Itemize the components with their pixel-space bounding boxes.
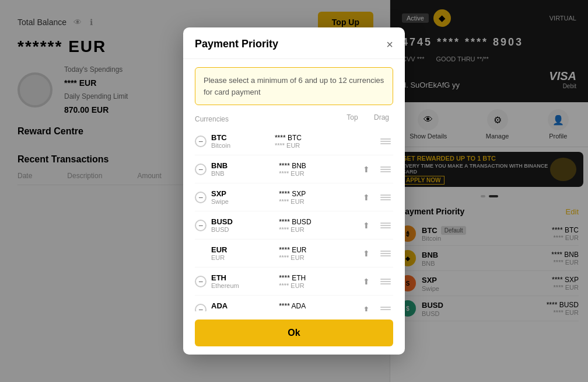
eur-name: EUR bbox=[211, 254, 274, 261]
ok-button[interactable]: Ok bbox=[195, 320, 393, 346]
ada-val1: **** ADA bbox=[279, 302, 355, 310]
remove-busd-button[interactable]: − bbox=[195, 220, 206, 231]
sxp-amounts: **** SXP **** EUR bbox=[279, 190, 355, 205]
bnb-symbol: BNB bbox=[211, 161, 274, 170]
drag-line-2 bbox=[380, 309, 391, 310]
modal-header: Payment Priority × bbox=[183, 27, 405, 59]
drag-line-2 bbox=[380, 253, 391, 254]
eur-top-button[interactable]: ⬆ bbox=[359, 246, 373, 261]
eur-symbol: EUR bbox=[211, 245, 274, 254]
drag-line-3 bbox=[380, 283, 391, 284]
eth-symbol: ETH bbox=[211, 273, 274, 282]
sxp-info: SXP Swipe bbox=[211, 189, 274, 205]
col-top-header: Top bbox=[335, 113, 370, 124]
currency-row-btc: − BTC Bitcoin **** BTC **** EUR bbox=[195, 127, 393, 155]
eur-amounts: **** EUR **** EUR bbox=[279, 246, 355, 261]
remove-bnb-button[interactable]: − bbox=[195, 164, 206, 175]
sxp-name: Swipe bbox=[211, 198, 274, 205]
remove-eth-button[interactable]: − bbox=[195, 276, 206, 287]
modal-overlay[interactable]: Payment Priority × Please select a minim… bbox=[0, 0, 588, 382]
sxp-symbol: SXP bbox=[211, 189, 274, 198]
drag-line-2 bbox=[380, 225, 391, 226]
eur-val2: **** EUR bbox=[279, 254, 355, 261]
busd-amounts: **** BUSD **** EUR bbox=[279, 218, 355, 233]
eur-val1: **** EUR bbox=[279, 246, 355, 254]
eth-top-button[interactable]: ⬆ bbox=[359, 275, 373, 289]
drag-line-3 bbox=[380, 143, 391, 144]
drag-line-1 bbox=[380, 223, 391, 224]
eth-val1: **** ETH bbox=[279, 274, 355, 282]
btc-symbol: BTC bbox=[211, 133, 270, 142]
drag-line-3 bbox=[380, 227, 391, 228]
btc-val1: **** BTC bbox=[275, 134, 345, 142]
eur-no-minus bbox=[195, 248, 206, 259]
modal-close-button[interactable]: × bbox=[386, 39, 393, 50]
sxp-top-button[interactable]: ⬆ bbox=[359, 190, 373, 204]
drag-line-1 bbox=[380, 138, 391, 140]
btc-name: Bitcoin bbox=[211, 142, 270, 149]
drag-line-1 bbox=[380, 279, 391, 280]
busd-val2: **** EUR bbox=[279, 226, 355, 233]
busd-name: BUSD bbox=[211, 226, 274, 233]
payment-priority-modal: Payment Priority × Please select a minim… bbox=[183, 27, 405, 355]
drag-line-3 bbox=[380, 255, 391, 256]
btc-amounts: **** BTC **** EUR bbox=[275, 134, 345, 149]
drag-line-1 bbox=[380, 251, 391, 252]
modal-currency-list: − BTC Bitcoin **** BTC **** EUR − bbox=[183, 127, 405, 311]
drag-line-1 bbox=[380, 307, 391, 308]
currency-row-sxp: − SXP Swipe **** SXP **** EUR ⬆ bbox=[195, 183, 393, 211]
eur-info: EUR EUR bbox=[211, 245, 274, 261]
busd-symbol: BUSD bbox=[211, 217, 274, 226]
modal-column-headers: Currencies Top Drag bbox=[183, 113, 405, 127]
drag-line-1 bbox=[380, 195, 391, 196]
modal-title: Payment Priority bbox=[195, 38, 278, 50]
remove-btc-button[interactable]: − bbox=[195, 136, 206, 147]
drag-line-3 bbox=[380, 171, 391, 172]
btc-drag-handle[interactable] bbox=[378, 136, 393, 147]
drag-line-2 bbox=[380, 169, 391, 170]
btc-info: BTC Bitcoin bbox=[211, 133, 270, 149]
sxp-drag-handle[interactable] bbox=[378, 192, 393, 203]
sxp-val1: **** SXP bbox=[279, 190, 355, 198]
col-currencies-header: Currencies bbox=[195, 113, 335, 124]
remove-sxp-button[interactable]: − bbox=[195, 192, 206, 203]
eur-drag-handle[interactable] bbox=[378, 248, 393, 259]
bnb-info: BNB BNB bbox=[211, 161, 274, 177]
ada-symbol: ADA bbox=[211, 301, 274, 310]
drag-line-1 bbox=[380, 166, 391, 168]
ada-amounts: **** ADA **** EUR bbox=[279, 302, 355, 312]
bnb-top-button[interactable]: ⬆ bbox=[359, 162, 373, 176]
busd-val1: **** BUSD bbox=[279, 218, 355, 226]
btc-val2: **** EUR bbox=[275, 142, 345, 149]
drag-line-2 bbox=[380, 141, 391, 142]
col-drag-header: Drag bbox=[370, 113, 393, 124]
drag-line-2 bbox=[380, 197, 391, 198]
busd-drag-handle[interactable] bbox=[378, 220, 393, 231]
bnb-val1: **** BNB bbox=[279, 162, 355, 170]
ada-drag-handle[interactable] bbox=[378, 304, 393, 312]
currency-row-ada: − ADA Cardano **** ADA **** EUR ⬆ bbox=[195, 296, 393, 311]
modal-footer: Ok bbox=[183, 311, 405, 355]
remove-ada-button[interactable]: − bbox=[195, 304, 206, 312]
busd-info: BUSD BUSD bbox=[211, 217, 274, 233]
currency-row-eth: − ETH Ethereum **** ETH **** EUR ⬆ bbox=[195, 268, 393, 296]
currency-row-eur: EUR EUR **** EUR **** EUR ⬆ bbox=[195, 239, 393, 268]
eth-info: ETH Ethereum bbox=[211, 273, 274, 289]
bnb-name: BNB bbox=[211, 170, 274, 177]
currency-row-bnb: − BNB BNB **** BNB **** EUR ⬆ bbox=[195, 155, 393, 183]
ada-info: ADA Cardano bbox=[211, 301, 274, 311]
sxp-val2: **** EUR bbox=[279, 198, 355, 205]
currency-row-busd: − BUSD BUSD **** BUSD **** EUR ⬆ bbox=[195, 211, 393, 239]
eth-val2: **** EUR bbox=[279, 282, 355, 289]
eth-name: Ethereum bbox=[211, 282, 274, 289]
eth-drag-handle[interactable] bbox=[378, 276, 393, 287]
bnb-val2: **** EUR bbox=[279, 170, 355, 177]
busd-top-button[interactable]: ⬆ bbox=[359, 218, 373, 232]
ada-top-button[interactable]: ⬆ bbox=[359, 303, 373, 312]
modal-notice: Please select a minimum of 6 and up to 1… bbox=[195, 67, 393, 105]
bnb-drag-handle[interactable] bbox=[378, 164, 393, 175]
bnb-amounts: **** BNB **** EUR bbox=[279, 162, 355, 177]
eth-amounts: **** ETH **** EUR bbox=[279, 274, 355, 289]
drag-line-2 bbox=[380, 281, 391, 282]
drag-line-3 bbox=[380, 199, 391, 200]
